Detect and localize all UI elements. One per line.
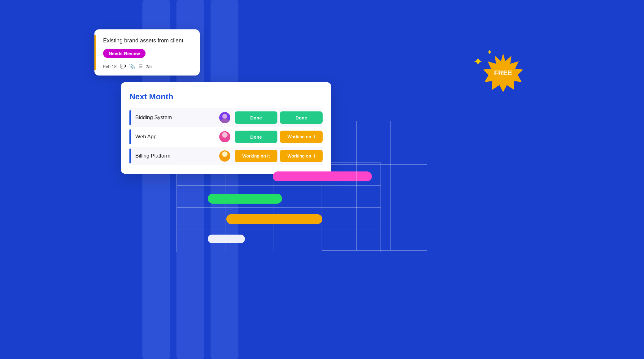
svg-point-5: [222, 132, 227, 137]
gantt-bar-green: [208, 194, 282, 204]
free-badge-shape: FREE: [483, 53, 523, 93]
project-name-1: Bidding System: [135, 115, 219, 121]
task-card-meta: Feb 18 💬 📎 ☰ 2/5: [103, 63, 192, 69]
avatar-person-icon: [219, 112, 230, 123]
row-accent-1: [129, 110, 131, 125]
project-name-2: Web App: [135, 134, 219, 140]
checklist-count: 2/5: [146, 64, 152, 69]
gantt-right-hline-1: [322, 164, 427, 165]
avatar-2: [219, 131, 230, 142]
status-badge-working-3a: Working on it: [235, 150, 277, 162]
svg-point-7: [221, 157, 229, 162]
gantt-right-outline: [322, 121, 427, 251]
table-row: Bidding System Done Done: [129, 108, 323, 127]
task-date: Feb 18: [103, 64, 117, 69]
sparkle-large: ✦: [473, 56, 483, 67]
attachment-icon: 📎: [129, 63, 135, 69]
avatar-3: [219, 150, 230, 162]
task-card: Existing brand assets from client Needs …: [94, 29, 200, 76]
table-row: Web App Done Working on it: [129, 128, 323, 146]
status-badge-working-2b: Working on it: [280, 131, 323, 143]
gantt-right-vline-2: [390, 121, 391, 250]
row-accent-2: [129, 129, 131, 144]
gantt-bar-orange: [226, 214, 322, 224]
avatar-person-icon: [219, 150, 230, 162]
svg-point-8: [222, 152, 227, 157]
project-name-3: Billing Platform: [135, 153, 219, 159]
gantt-right-hline-2: [322, 208, 427, 208]
svg-point-2: [223, 114, 227, 119]
svg-point-1: [221, 119, 229, 123]
gantt-right-vline-1: [356, 121, 357, 250]
checklist-icon: ☰: [138, 63, 143, 69]
task-card-badge[interactable]: Needs Review: [103, 49, 146, 58]
main-card: Next Month Bidding System Done Done Web …: [121, 82, 331, 174]
svg-text:FREE: FREE: [494, 69, 512, 77]
status-badge-working-3b: Working on it: [280, 150, 323, 162]
free-badge: FREE: [483, 53, 523, 93]
svg-point-4: [221, 138, 229, 142]
status-badge-done-1b: Done: [280, 111, 323, 124]
avatar-1: [219, 112, 230, 123]
row-accent-3: [129, 149, 131, 163]
comment-icon: 💬: [120, 63, 126, 69]
status-badge-done-1a: Done: [235, 111, 277, 124]
task-card-title: Existing brand assets from client: [103, 37, 192, 45]
gantt-bar-white: [208, 235, 245, 243]
task-card-accent: [94, 35, 96, 70]
main-card-title: Next Month: [129, 92, 323, 102]
status-badge-done-2a: Done: [235, 131, 277, 143]
avatar-person-icon: [219, 131, 230, 142]
